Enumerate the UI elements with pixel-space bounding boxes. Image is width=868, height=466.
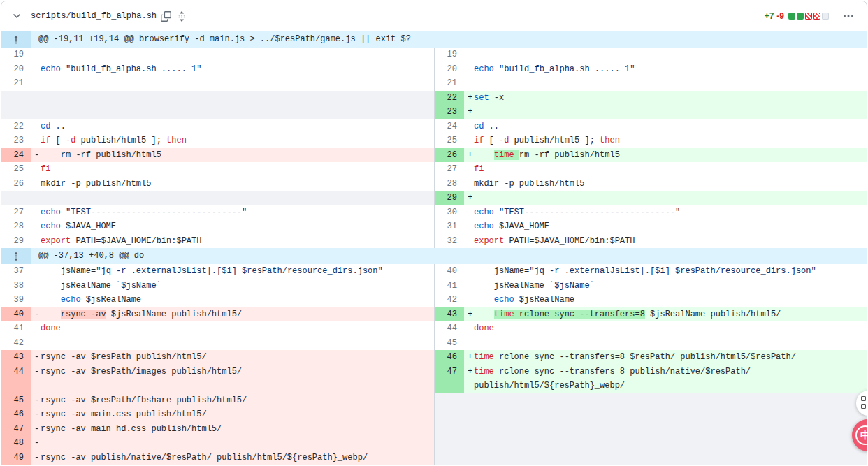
file-path[interactable]: scripts/build_fb_alpha.sh xyxy=(31,9,157,23)
diff-marker: - xyxy=(31,365,41,393)
line-number[interactable]: 20 xyxy=(435,62,464,77)
expand-hunk-button[interactable] xyxy=(1,31,31,48)
diff-row: 43-rsync -av $resPath publish/html5/46+t… xyxy=(1,350,867,365)
code-line: echo $JAVA_HOME xyxy=(41,219,434,234)
expand-hunk-button[interactable] xyxy=(1,248,31,264)
diff-row: 29+ xyxy=(1,191,867,205)
layout-square-icon xyxy=(861,404,866,409)
diff-marker xyxy=(31,48,41,62)
copy-path-button[interactable] xyxy=(158,8,174,24)
line-number[interactable]: 29 xyxy=(435,191,464,205)
line-number[interactable]: 42 xyxy=(435,293,464,307)
code-line: jsName="jq -r .externalJsList|.[$i] $res… xyxy=(474,264,867,279)
diffstat-block-added xyxy=(788,13,795,20)
line-number[interactable]: 43 xyxy=(1,350,31,365)
code-line: rsync -av $resPath/images publish/html5/ xyxy=(41,365,434,393)
line-number[interactable]: 23 xyxy=(1,133,31,148)
line-number[interactable]: 45 xyxy=(435,336,464,351)
diff-marker xyxy=(31,279,41,293)
line-number[interactable]: 41 xyxy=(1,321,31,336)
line-number[interactable]: 46 xyxy=(435,350,464,365)
diff-marker: - xyxy=(31,393,41,408)
line-number[interactable]: 41 xyxy=(435,279,464,293)
line-number[interactable]: 47 xyxy=(1,422,31,437)
diff-marker: + xyxy=(464,148,474,163)
line-number[interactable]: 21 xyxy=(435,76,464,91)
line-number[interactable]: 40 xyxy=(1,307,31,322)
collapse-file-button[interactable] xyxy=(8,8,25,24)
diff-marker xyxy=(464,264,474,279)
old-line-cell: 44-rsync -av $resPath/images publish/htm… xyxy=(1,365,434,393)
line-number[interactable]: 39 xyxy=(1,293,31,307)
line-number[interactable]: 44 xyxy=(435,321,464,336)
line-number[interactable]: 42 xyxy=(1,336,31,351)
old-line-cell: 21 xyxy=(1,76,434,91)
line-number[interactable]: 48 xyxy=(1,436,31,451)
line-number[interactable]: 40 xyxy=(435,264,464,279)
line-number[interactable]: 28 xyxy=(435,177,464,191)
new-line-cell: 42 echo $jsRealName xyxy=(434,293,867,307)
line-number[interactable]: 28 xyxy=(1,219,31,234)
empty-cell xyxy=(434,451,867,465)
line-number[interactable]: 25 xyxy=(435,133,464,148)
diff-row: 26mkdir -p publish/html528mkdir -p publi… xyxy=(1,177,867,191)
unfold-icon xyxy=(11,252,21,261)
new-line-cell: 20echo "build_fb_alpha.sh ..... 1" xyxy=(434,62,867,77)
code-line: rsync -av main_hd.css publish/html5/ xyxy=(41,422,434,437)
code-line: set -x xyxy=(474,91,867,105)
old-line-cell: 25fi xyxy=(1,162,434,177)
line-number[interactable]: 22 xyxy=(1,119,31,134)
diff-row: 28echo $JAVA_HOME31echo $JAVA_HOME xyxy=(1,219,867,234)
line-number[interactable]: 30 xyxy=(435,205,464,220)
old-line-cell: 20echo "build_fb_alpha.sh ..... 1" xyxy=(1,62,434,77)
code-line: echo $jsRealName xyxy=(41,293,434,307)
line-number[interactable]: 23 xyxy=(435,105,464,119)
line-number[interactable]: 19 xyxy=(435,48,464,62)
line-number[interactable]: 26 xyxy=(1,177,31,191)
old-line-cell: 37 jsName="jq -r .externalJsList|.[$i] $… xyxy=(1,264,434,279)
line-number[interactable]: 24 xyxy=(435,119,464,134)
old-line-cell: 43-rsync -av $resPath publish/html5/ xyxy=(1,350,434,365)
diff-row: 47-rsync -av main_hd.css publish/html5/ xyxy=(1,422,867,437)
diff-marker xyxy=(31,76,41,91)
old-line-cell: 27echo "TEST----------------------------… xyxy=(1,205,434,220)
line-number[interactable]: 49 xyxy=(1,451,31,465)
line-number[interactable]: 38 xyxy=(1,279,31,293)
line-number[interactable]: 46 xyxy=(1,407,31,422)
line-number[interactable]: 22 xyxy=(435,91,464,105)
empty-cell xyxy=(434,407,867,422)
line-number[interactable]: 24 xyxy=(1,148,31,163)
line-number[interactable]: 31 xyxy=(435,219,464,234)
line-number[interactable]: 25 xyxy=(1,162,31,177)
line-number[interactable]: 45 xyxy=(1,393,31,408)
hunk-header-row: @@ -19,11 +19,14 @@ browserify -d main.j… xyxy=(1,31,867,48)
code-line: echo $jsRealName xyxy=(474,293,867,307)
diff-marker xyxy=(464,177,474,191)
line-number[interactable]: 26 xyxy=(435,148,464,163)
code-line: fi xyxy=(41,162,434,177)
file-options-button[interactable] xyxy=(840,8,857,24)
new-line-cell: 32export PATH=$JAVA_HOME/bin:$PATH xyxy=(434,234,867,249)
code-line: jsRealName=`$jsName` xyxy=(474,279,867,293)
new-line-cell: 29+ xyxy=(434,191,867,205)
diff-marker: + xyxy=(464,191,474,205)
line-number[interactable]: 21 xyxy=(1,76,31,91)
line-number[interactable]: 19 xyxy=(1,48,31,62)
line-number[interactable]: 37 xyxy=(1,264,31,279)
line-number[interactable]: 27 xyxy=(435,162,464,177)
line-number[interactable]: 20 xyxy=(1,62,31,77)
code-line: jsRealName=`$jsName` xyxy=(41,279,434,293)
drag-file-button[interactable] xyxy=(174,8,189,24)
line-number[interactable]: 47 xyxy=(435,365,464,393)
new-line-cell: 45 xyxy=(434,336,867,351)
diff-marker: - xyxy=(31,350,41,365)
line-number[interactable]: 29 xyxy=(1,234,31,249)
line-number[interactable]: 32 xyxy=(435,234,464,249)
line-number[interactable]: 27 xyxy=(1,205,31,220)
empty-cell xyxy=(434,436,867,451)
new-line-cell: 46+time rclone sync --transfers=8 $resPa… xyxy=(434,350,867,365)
code-line: done xyxy=(474,321,867,336)
line-number[interactable]: 43 xyxy=(435,307,464,322)
diff-marker: + xyxy=(464,365,474,393)
line-number[interactable]: 44 xyxy=(1,365,31,393)
